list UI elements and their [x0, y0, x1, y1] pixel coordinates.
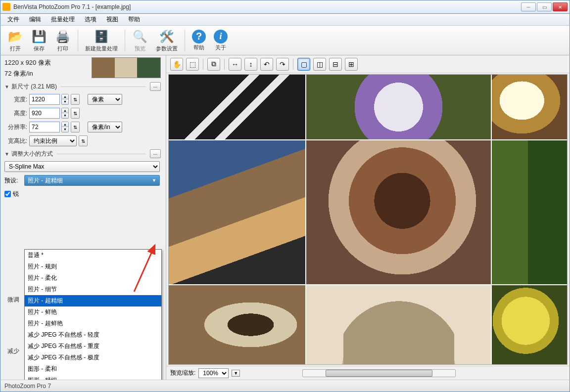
save-button[interactable]: 💾 保存 — [28, 28, 50, 53]
marquee-icon: ⬚ — [190, 60, 196, 68]
preview-tile — [306, 285, 491, 364]
new-size-header[interactable]: ▼ 新尺寸 (3.21 MB) ... — [4, 82, 166, 91]
height-spinner[interactable]: ▲▼ — [61, 108, 69, 119]
reduce-label: 减少 — [7, 347, 19, 355]
preset-option[interactable]: 减少 JPEG 不自然感 - 重度 — [25, 341, 161, 352]
save-icon: 💾 — [31, 29, 47, 44]
preset-label: 预设: — [4, 176, 24, 185]
view-quad-button[interactable]: ⊞ — [345, 58, 358, 71]
flip-v-button[interactable]: ↕ — [244, 58, 257, 71]
title-bar: BenVista PhotoZoom Pro 7.1 - [example.jp… — [0, 0, 570, 14]
preset-option[interactable]: 图形 - 精细 — [25, 375, 161, 380]
preset-option[interactable]: 照片 - 规则 — [25, 261, 161, 272]
view-split-h-icon: ◫ — [317, 60, 323, 68]
preset-option[interactable]: 减少 JPEG 不自然感 - 极度 — [25, 352, 161, 363]
zoom-select[interactable]: 100% — [198, 368, 229, 378]
flip-h-button[interactable]: ↔ — [229, 58, 241, 71]
preset-option[interactable]: 图形 - 柔和 — [25, 363, 161, 375]
menu-bar: 文件 编辑 批量处理 选项 视图 帮助 — [0, 14, 570, 26]
menu-help[interactable]: 帮助 — [124, 14, 144, 25]
width-input[interactable] — [29, 94, 60, 105]
menu-options[interactable]: 选项 — [81, 14, 100, 25]
horizontal-scrollbar[interactable] — [302, 369, 456, 377]
preset-option[interactable]: 照片 - 超鲜艳 — [25, 318, 161, 329]
resolution-unit-select[interactable]: 像素/in — [88, 122, 122, 132]
resolution-link-button[interactable]: ⇅ — [71, 122, 80, 132]
resolution-label: 分辨率: — [4, 123, 27, 131]
width-unit-select[interactable]: 像素 — [88, 94, 122, 105]
new-size-options-button[interactable]: ... — [150, 82, 161, 91]
maximize-button[interactable]: ▭ — [537, 2, 552, 11]
preview-tile — [306, 75, 491, 139]
status-bar: PhotoZoom Pro 7 — [0, 380, 570, 392]
rotate-cw-button[interactable]: ↷ — [276, 58, 289, 71]
preset-option[interactable]: 照片 - 超精细 — [25, 295, 161, 306]
window-title: BenVista PhotoZoom Pro 7.1 - [example.jp… — [13, 3, 521, 10]
view-split-h-button[interactable]: ◫ — [313, 58, 326, 71]
view-split-v-button[interactable]: ⊟ — [329, 58, 342, 71]
aspect-link-button[interactable]: ⇅ — [79, 135, 88, 146]
menu-edit[interactable]: 编辑 — [25, 14, 45, 25]
crop-icon: ⧉ — [211, 60, 216, 68]
params-button[interactable]: 🛠️ 参数设置 — [153, 28, 181, 53]
crop-button[interactable]: ⧉ — [207, 58, 220, 71]
menu-view[interactable]: 视图 — [102, 14, 122, 25]
flip-vertical-icon: ↕ — [249, 60, 253, 68]
method-options-button[interactable]: ... — [150, 149, 161, 158]
sharpen-label: 锐 — [13, 190, 19, 198]
new-batch-button[interactable]: 🗄️ 新建批量处理 — [82, 28, 121, 53]
hand-tool-button[interactable]: ✋ — [170, 58, 183, 71]
menu-batch[interactable]: 批量处理 — [47, 14, 79, 25]
status-text: PhotoZoom Pro 7 — [4, 383, 51, 390]
preview-tile — [492, 75, 567, 139]
width-spinner[interactable]: ▲▼ — [61, 94, 69, 105]
height-link-button[interactable]: ⇅ — [71, 108, 80, 119]
preview-tile — [169, 75, 305, 139]
preset-option[interactable]: 普通 * — [25, 250, 161, 261]
resolution-spinner[interactable]: ▲▼ — [61, 122, 69, 132]
preset-option[interactable]: 减少 JPEG 不自然感 - 轻度 — [25, 329, 161, 341]
preset-option[interactable]: 照片 - 细节 — [25, 284, 161, 295]
preview-tile — [492, 140, 567, 284]
preset-dropdown[interactable]: 普通 *照片 - 规则照片 - 柔化照片 - 细节照片 - 超精细照片 - 鲜艳… — [24, 249, 162, 380]
print-icon: 🖨️ — [55, 29, 71, 44]
height-label: 高度: — [4, 109, 27, 118]
help-icon: ? — [192, 30, 206, 44]
fine-tune-label: 微调 — [7, 296, 19, 304]
preview-tile — [306, 140, 491, 284]
toolbar-separator — [78, 30, 78, 51]
minimize-button[interactable]: ─ — [521, 2, 536, 11]
app-icon — [2, 3, 10, 11]
original-dpi: 72 像素/in — [4, 68, 92, 79]
resize-method-header[interactable]: ▼ 调整大小的方式 ... — [4, 149, 166, 158]
close-button[interactable]: ✕ — [553, 2, 568, 11]
left-panel: 1220 x 920 像素 72 像素/in ▼ 新尺寸 (3.21 MB) .… — [0, 55, 166, 380]
preset-option[interactable]: 照片 - 柔化 — [25, 272, 161, 284]
preset-option[interactable]: 照片 - 鲜艳 — [25, 306, 161, 318]
view-single-button[interactable]: ▢ — [297, 58, 310, 71]
preset-select[interactable]: 照片 - 超精细 ▼ — [24, 175, 160, 186]
thumbnail[interactable] — [92, 57, 161, 78]
width-link-button[interactable]: ⇅ — [71, 94, 80, 105]
resize-method-select[interactable]: S-Spline Max — [4, 161, 160, 172]
preview-area[interactable] — [168, 74, 568, 365]
zoom-label: 预览缩放: — [170, 369, 195, 377]
rotate-cw-icon: ↷ — [280, 60, 285, 68]
menu-file[interactable]: 文件 — [3, 14, 23, 25]
about-button[interactable]: i 关于 — [211, 29, 231, 52]
zoom-dropdown-icon[interactable]: ▼ — [232, 370, 240, 377]
resolution-input[interactable] — [29, 122, 60, 132]
sharpen-checkbox[interactable] — [4, 191, 11, 197]
preview-button[interactable]: 🔍 预览 — [129, 28, 151, 53]
marquee-tool-button[interactable]: ⬚ — [186, 58, 199, 71]
toolbar-separator — [125, 30, 125, 51]
preview-tile — [492, 285, 567, 364]
scrollbar-thumb[interactable] — [326, 370, 432, 377]
height-input[interactable] — [29, 108, 60, 119]
rotate-ccw-button[interactable]: ↶ — [260, 58, 273, 71]
preview-icon: 🔍 — [132, 29, 148, 44]
aspect-select[interactable]: 约束比例 — [29, 135, 77, 146]
open-button[interactable]: 📂 打开 — [4, 28, 26, 53]
print-button[interactable]: 🖨️ 打印 — [52, 28, 74, 53]
help-button[interactable]: ? 帮助 — [189, 29, 209, 52]
